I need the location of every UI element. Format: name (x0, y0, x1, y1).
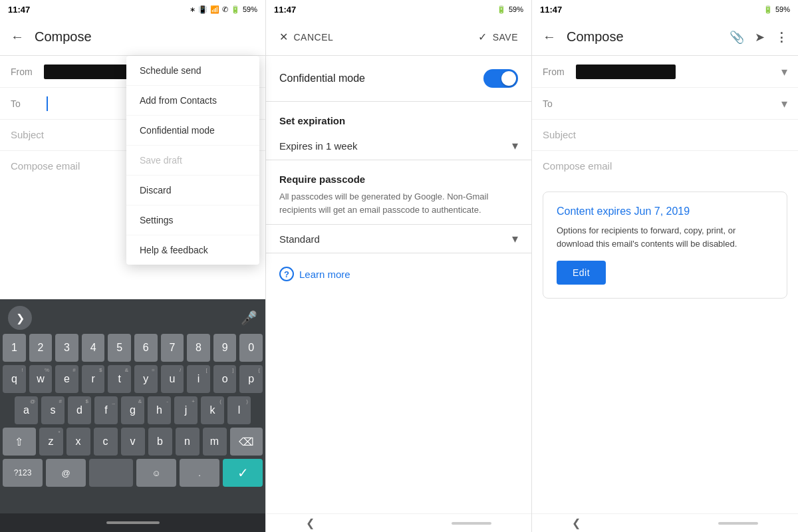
time-2: 11:47 (274, 5, 296, 15)
from-label-3: From (543, 66, 576, 77)
kb-k[interactable]: (k (201, 396, 224, 424)
panel-compose-expiry: 11:47 🔋 59% ← Compose 📎 ➤ ⋮ From ▾ To ▾ … (532, 0, 798, 532)
back-button-1[interactable]: ← (11, 29, 24, 45)
require-passcode-section: Require passcode All passcodes will be g… (266, 160, 531, 225)
to-expand-icon[interactable]: ▾ (781, 96, 787, 111)
compose-body-placeholder-1: Compose email (11, 160, 80, 172)
kb-v[interactable]: v (121, 428, 145, 456)
help-icon: ? (279, 267, 294, 281)
expiration-dropdown[interactable]: Expires in 1 week ▾ (266, 132, 531, 160)
to-field-row-3[interactable]: To ▾ (532, 88, 798, 120)
kb-b[interactable]: b (148, 428, 172, 456)
kb-f[interactable]: _f (94, 396, 118, 424)
kb-mic-icon[interactable]: 🎤 (241, 310, 257, 326)
kb-l[interactable]: )l (227, 396, 251, 424)
status-icons-2: 🔋 59% (497, 5, 523, 14)
compose-body-3[interactable]: Compose email (532, 151, 798, 181)
kb-row-3: ⇧ *z x c v b n m ⌫ (3, 428, 263, 456)
menu-item-schedule-send[interactable]: Schedule send (126, 56, 259, 86)
learn-more-link[interactable]: Learn more (299, 269, 350, 280)
kb-period[interactable]: . (180, 459, 219, 487)
kb-z[interactable]: *z (39, 428, 63, 456)
kb-e[interactable]: #e (55, 365, 78, 393)
kb-key-2[interactable]: 2 (29, 334, 53, 362)
kb-key-0[interactable]: 0 (239, 334, 263, 362)
kb-y[interactable]: =y (134, 365, 158, 393)
kb-j[interactable]: +j (174, 396, 198, 424)
compose-header-1: ← Compose (0, 19, 265, 56)
kb-key-1[interactable]: 1 (3, 334, 26, 362)
more-options-icon[interactable]: ⋮ (775, 30, 787, 45)
cancel-button[interactable]: ✕ CANCEL (279, 31, 333, 43)
kb-key-5[interactable]: 5 (108, 334, 131, 362)
kb-o[interactable]: ]o (213, 365, 237, 393)
kb-return[interactable]: ✓ (223, 459, 263, 487)
kb-n[interactable]: n (176, 428, 200, 456)
expiration-chevron-icon: ▾ (512, 138, 518, 153)
kb-h[interactable]: -h (148, 396, 171, 424)
menu-item-add-contacts[interactable]: Add from Contacts (126, 86, 259, 116)
expiry-title: Content expires Jun 7, 2019 (557, 205, 773, 217)
menu-item-label-discard: Discard (140, 185, 171, 196)
kb-key-3[interactable]: 3 (55, 334, 78, 362)
kb-i[interactable]: [i (187, 365, 210, 393)
expiration-selected: Expires in 1 week (279, 140, 358, 152)
require-passcode-title: Require passcode (279, 174, 518, 185)
kb-key-8[interactable]: 8 (187, 334, 210, 362)
confidential-toggle[interactable] (483, 69, 518, 88)
edit-button[interactable]: Edit (557, 261, 606, 285)
kb-p[interactable]: {p (239, 365, 263, 393)
bluetooth-icon: ∗ (190, 5, 196, 14)
kb-space[interactable] (89, 459, 133, 487)
kb-shift[interactable]: ⇧ (3, 428, 36, 456)
battery-icon: 🔋 (231, 5, 240, 14)
expiry-card: Content expires Jun 7, 2019 Options for … (543, 192, 787, 299)
menu-item-discard[interactable]: Discard (126, 176, 259, 205)
menu-item-confidential[interactable]: Confidential mode (126, 116, 259, 146)
toggle-knob (501, 71, 516, 86)
attachment-icon[interactable]: 📎 (730, 30, 744, 45)
kb-u[interactable]: /u (161, 365, 184, 393)
kb-emoji[interactable]: ☺ (136, 459, 176, 487)
kb-w[interactable]: %w (29, 365, 53, 393)
kb-q[interactable]: !q (3, 365, 26, 393)
kb-key-6[interactable]: 6 (134, 334, 158, 362)
back-nav-icon[interactable]: ❮ (306, 517, 315, 529)
menu-item-help[interactable]: Help & feedback (126, 235, 259, 265)
menu-item-settings[interactable]: Settings (126, 205, 259, 235)
kb-a[interactable]: @a (15, 396, 38, 424)
kb-at[interactable]: @ (46, 459, 86, 487)
panel-compose-menu: 11:47 ∗ 📳 📶 ✆ 🔋 59% ← Compose From To Su… (0, 0, 266, 532)
back-nav-icon-3[interactable]: ❮ (572, 517, 581, 529)
battery-icon-2: 🔋 (497, 5, 506, 14)
kb-delete[interactable]: ⌫ (230, 428, 263, 456)
kb-num-toggle[interactable]: ?123 (3, 459, 43, 487)
save-button[interactable]: ✓ SAVE (478, 31, 518, 43)
back-button-3[interactable]: ← (543, 29, 556, 45)
kb-r[interactable]: $r (82, 365, 105, 393)
kb-key-7[interactable]: 7 (161, 334, 184, 362)
kb-d[interactable]: $d (68, 396, 91, 424)
nav-pill-1 (106, 521, 160, 524)
kb-m[interactable]: m (203, 428, 227, 456)
kb-key-9[interactable]: 9 (213, 334, 237, 362)
kb-key-4[interactable]: 4 (82, 334, 105, 362)
kb-c[interactable]: c (94, 428, 118, 456)
wifi-icon: 📶 (210, 5, 219, 14)
subject-row-3[interactable]: Subject (532, 120, 798, 151)
send-icon[interactable]: ➤ (755, 30, 765, 45)
kb-x[interactable]: x (66, 428, 90, 456)
status-bar-3: 11:47 🔋 59% (532, 0, 798, 19)
passcode-dropdown[interactable]: Standard ▾ (266, 225, 531, 253)
from-expand-icon[interactable]: ▾ (781, 65, 787, 79)
kb-s[interactable]: #s (41, 396, 65, 424)
passcode-chevron-icon: ▾ (512, 231, 518, 246)
kb-arrow-btn[interactable]: ❯ (8, 306, 32, 330)
menu-item-save-draft: Save draft (126, 146, 259, 176)
save-check-icon: ✓ (478, 31, 487, 43)
compose-header-3: ← Compose 📎 ➤ ⋮ (532, 19, 798, 56)
kb-t[interactable]: &t (108, 365, 131, 393)
kb-g[interactable]: &g (121, 396, 144, 424)
compose-title-1: Compose (35, 29, 92, 45)
status-bar-2: 11:47 🔋 59% (266, 0, 531, 19)
